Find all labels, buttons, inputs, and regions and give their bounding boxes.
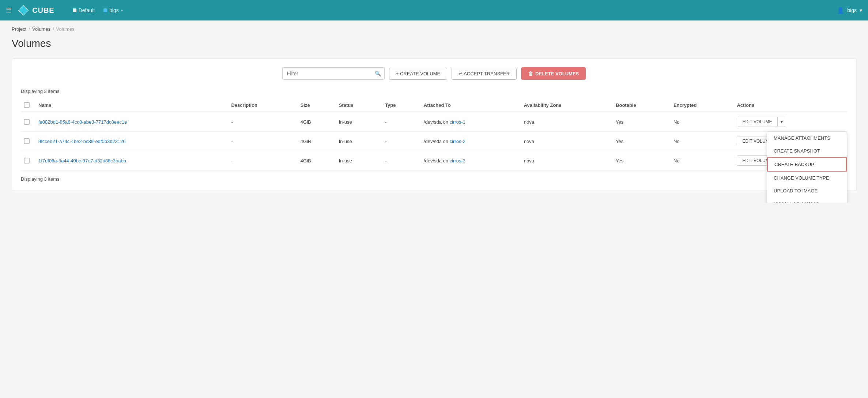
- breadcrumb-sep-2: /: [53, 26, 54, 32]
- row-encrypted: No: [669, 151, 733, 170]
- search-icon: 🔍: [375, 71, 381, 76]
- row-name: 1f7df06a-8a44-40bc-97e7-d32d88c3baba: [34, 151, 227, 170]
- action-btn-group: EDIT VOLUME ▾: [737, 117, 786, 127]
- row-checkbox[interactable]: [24, 158, 30, 164]
- select-all-checkbox[interactable]: [24, 102, 30, 108]
- volume-name-link[interactable]: fe082bd1-85a8-4cc8-abe3-7717dc8eec1e: [38, 119, 127, 125]
- row-size: 4GiB: [296, 132, 335, 151]
- dropdown-menu-item[interactable]: UPLOAD TO IMAGE: [767, 184, 847, 197]
- delete-volumes-label: DELETE VOLUMES: [535, 71, 579, 76]
- row-encrypted: No: [669, 132, 733, 151]
- dropdown-menu-item[interactable]: UPDATE METADATA: [767, 197, 847, 203]
- dropdown-menu-item[interactable]: MANAGE ATTACHMENTS: [767, 132, 847, 144]
- content-card: 🔍 + CREATE VOLUME ⇌ ACCEPT TRANSFER 🗑 DE…: [12, 58, 856, 191]
- filter-input[interactable]: [282, 67, 385, 80]
- header-left: ☰ CUBE Default bigs ▾: [6, 4, 127, 16]
- nav-item-bigs[interactable]: bigs ▾: [100, 5, 127, 15]
- dropdown-menu: MANAGE ATTACHMENTSCREATE SNAPSHOTCREATE …: [767, 131, 847, 203]
- row-availability-zone: nova: [520, 151, 611, 170]
- row-bootable: Yes: [611, 132, 669, 151]
- row-bootable: Yes: [611, 151, 669, 170]
- col-description[interactable]: Description: [227, 98, 296, 112]
- user-icon: 👤: [837, 7, 844, 14]
- col-attached-to[interactable]: Attached To: [419, 98, 520, 112]
- header-right: 👤 bigs ▾: [837, 7, 862, 14]
- dropdown-menu-item[interactable]: CREATE SNAPSHOT: [767, 144, 847, 157]
- col-name[interactable]: Name: [34, 98, 227, 112]
- row-actions-cell: EDIT VOLUME ▾ MANAGE ATTACHMENTSCREATE S…: [732, 112, 847, 132]
- col-bootable[interactable]: Bootable: [611, 98, 669, 112]
- row-checkbox[interactable]: [24, 119, 30, 125]
- breadcrumb-project[interactable]: Project: [12, 26, 26, 32]
- row-type: -: [381, 112, 419, 132]
- row-description: -: [227, 132, 296, 151]
- col-actions: Actions: [732, 98, 847, 112]
- breadcrumb-volumes[interactable]: Volumes: [32, 26, 50, 32]
- nav-label-bigs: bigs: [109, 7, 119, 13]
- page-title: Volumes: [12, 38, 856, 49]
- row-status: In-use: [335, 132, 381, 151]
- row-size: 4GiB: [296, 112, 335, 132]
- row-attached-to: /dev/sda on cirros-2: [419, 132, 520, 151]
- row-availability-zone: nova: [520, 112, 611, 132]
- delete-volumes-button[interactable]: 🗑 DELETE VOLUMES: [521, 67, 586, 80]
- volume-name-link[interactable]: 9fcceb21-a74c-4be2-bc89-edf0b3b23126: [38, 139, 126, 144]
- row-status: In-use: [335, 112, 381, 132]
- col-status[interactable]: Status: [335, 98, 381, 112]
- row-availability-zone: nova: [520, 132, 611, 151]
- breadcrumb-current: Volumes: [56, 26, 75, 32]
- attached-link[interactable]: cirros-3: [450, 158, 465, 164]
- toolbar: 🔍 + CREATE VOLUME ⇌ ACCEPT TRANSFER 🗑 DE…: [21, 67, 847, 80]
- breadcrumb: Project / Volumes / Volumes: [0, 20, 868, 35]
- page-title-area: Volumes: [0, 35, 868, 58]
- row-type: -: [381, 151, 419, 170]
- col-availability-zone[interactable]: Availability Zone: [520, 98, 611, 112]
- user-label[interactable]: bigs: [847, 7, 857, 13]
- attached-link[interactable]: cirros-2: [450, 139, 465, 144]
- accept-transfer-button[interactable]: ⇌ ACCEPT TRANSFER: [452, 68, 517, 80]
- table-row: fe082bd1-85a8-4cc8-abe3-7717dc8eec1e-4Gi…: [21, 112, 847, 132]
- header: ☰ CUBE Default bigs ▾ 👤 bigs ▾: [0, 0, 868, 20]
- hamburger-icon[interactable]: ☰: [6, 7, 12, 14]
- dropdown-menu-item[interactable]: CHANGE VOLUME TYPE: [767, 172, 847, 184]
- row-type: -: [381, 132, 419, 151]
- nav-item-default[interactable]: Default: [69, 5, 98, 15]
- create-volume-button[interactable]: + CREATE VOLUME: [389, 68, 447, 80]
- row-checkbox-cell: [21, 151, 34, 170]
- table-row: 9fcceb21-a74c-4be2-bc89-edf0b3b23126-4Gi…: [21, 132, 847, 151]
- nav-dropdown-arrow: ▾: [121, 8, 123, 12]
- main-nav: Default bigs ▾: [69, 5, 127, 15]
- action-dropdown-arrow[interactable]: ▾: [778, 117, 786, 127]
- col-encrypted[interactable]: Encrypted: [669, 98, 733, 112]
- row-description: -: [227, 151, 296, 170]
- items-count-top: Displaying 3 items: [21, 89, 847, 94]
- edit-volume-button[interactable]: EDIT VOLUME: [737, 117, 777, 127]
- nav-label-default: Default: [79, 7, 95, 13]
- row-status: In-use: [335, 151, 381, 170]
- attached-link[interactable]: cirros-1: [450, 119, 465, 125]
- nav-dot-bigs: [103, 8, 107, 12]
- filter-wrap: 🔍: [282, 67, 385, 80]
- row-description: -: [227, 112, 296, 132]
- row-bootable: Yes: [611, 112, 669, 132]
- col-checkbox: [21, 98, 34, 112]
- row-encrypted: No: [669, 112, 733, 132]
- volumes-table: Name Description Size Status Type Attach…: [21, 98, 847, 170]
- items-count-bottom: Displaying 3 items: [21, 176, 847, 182]
- row-size: 4GiB: [296, 151, 335, 170]
- row-checkbox-cell: [21, 112, 34, 132]
- col-type[interactable]: Type: [381, 98, 419, 112]
- breadcrumb-sep-1: /: [29, 26, 30, 32]
- dropdown-item-create-backup[interactable]: CREATE BACKUP: [767, 157, 847, 172]
- row-checkbox[interactable]: [24, 138, 30, 144]
- row-attached-to: /dev/sda on cirros-3: [419, 151, 520, 170]
- volume-name-link[interactable]: 1f7df06a-8a44-40bc-97e7-d32d88c3baba: [38, 158, 126, 164]
- logo-area: CUBE: [18, 4, 54, 16]
- row-checkbox-cell: [21, 132, 34, 151]
- row-name: fe082bd1-85a8-4cc8-abe3-7717dc8eec1e: [34, 112, 227, 132]
- col-size[interactable]: Size: [296, 98, 335, 112]
- user-dropdown-arrow[interactable]: ▾: [860, 7, 862, 13]
- logo-icon: [18, 4, 29, 16]
- table-row: 1f7df06a-8a44-40bc-97e7-d32d88c3baba-4Gi…: [21, 151, 847, 170]
- trash-icon: 🗑: [528, 71, 533, 76]
